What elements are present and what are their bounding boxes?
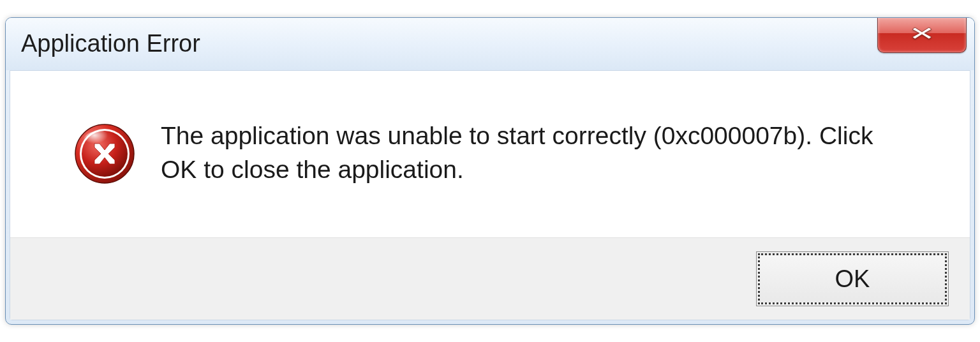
button-area: OK [10, 237, 970, 320]
dialog-window: Application Error [5, 17, 975, 325]
content-area: The application was unable to start corr… [10, 71, 970, 237]
dialog-body: The application was unable to start corr… [10, 70, 970, 320]
close-button[interactable] [877, 17, 967, 53]
close-icon [908, 24, 936, 45]
dialog-title: Application Error [21, 30, 200, 57]
ok-button[interactable]: OK [758, 253, 947, 304]
error-icon [74, 123, 135, 184]
error-message: The application was unable to start corr… [161, 119, 912, 186]
title-bar: Application Error [6, 18, 974, 70]
